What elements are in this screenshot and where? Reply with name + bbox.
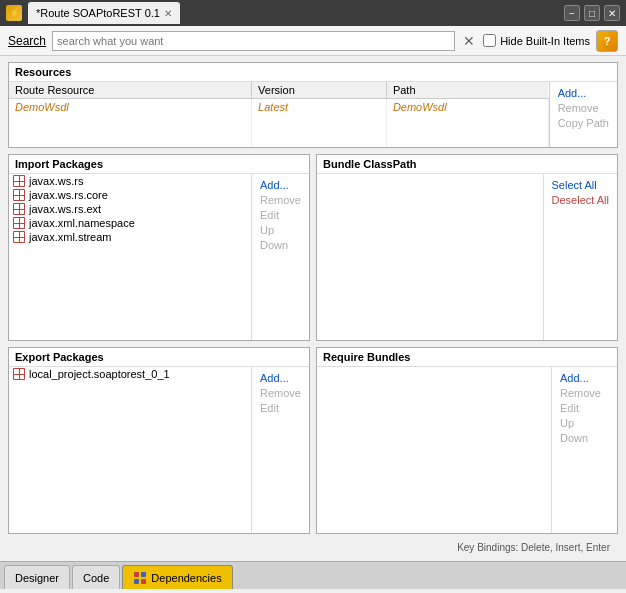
resources-table: Route Resource Version Path DemoWsdl Lat… [9,82,549,147]
package-icon [13,368,25,380]
left-sections: Import Packages javax.ws.rs javax.ws.rs.… [8,154,310,534]
title-bar-controls: − □ ✕ [564,5,620,21]
help-button[interactable]: ? [596,30,618,52]
dependencies-tab-icon [133,571,147,585]
require-edit-button[interactable]: Edit [558,401,611,415]
col-version: Version [252,82,387,99]
bundle-classpath-title: Bundle ClassPath [317,155,617,174]
import-up-button[interactable]: Up [258,223,303,237]
export-packages-inner: local_project.soaptorest_0_1 Add... Remo… [9,367,309,533]
svg-rect-1 [141,572,146,577]
title-tab-label: *Route SOAPtoREST 0.1 [36,7,160,19]
export-remove-button[interactable]: Remove [258,386,303,400]
require-bundles-list[interactable] [317,367,552,533]
cell-resource: DemoWsdl [9,99,252,116]
search-bar: Search ✕ Hide Built-In Items ? [0,26,626,56]
require-bundles-inner: Add... Remove Edit Up Down [317,367,617,533]
require-remove-button[interactable]: Remove [558,386,611,400]
list-item[interactable]: javax.ws.rs.core [9,188,251,202]
tab-designer-label: Designer [15,572,59,584]
bundle-classpath-actions: Select All Deselect All [544,174,617,340]
bundle-select-all-button[interactable]: Select All [550,178,611,192]
package-label: local_project.soaptorest_0_1 [29,368,170,380]
package-icon [13,175,25,187]
list-item[interactable]: javax.ws.rs.ext [9,202,251,216]
require-down-button[interactable]: Down [558,431,611,445]
list-item[interactable]: javax.xml.namespace [9,216,251,230]
cell-path: DemoWsdl [386,99,548,116]
require-bundles-section: Require Bundles Add... Remove Edit Up Do… [316,347,618,534]
package-label: javax.xml.stream [29,231,112,243]
export-add-button[interactable]: Add... [258,371,303,385]
main-content: Resources Route Resource Version Path De… [0,56,626,561]
svg-rect-2 [134,579,139,584]
package-icon [13,217,25,229]
require-add-button[interactable]: Add... [558,371,611,385]
title-tab[interactable]: *Route SOAPtoREST 0.1 ✕ [28,2,180,24]
import-edit-button[interactable]: Edit [258,208,303,222]
package-label: javax.ws.rs.ext [29,203,101,215]
import-remove-button[interactable]: Remove [258,193,303,207]
bundle-classpath-list[interactable] [317,174,544,340]
resources-add-button[interactable]: Add... [556,86,611,100]
table-row[interactable]: DemoWsdl Latest DemoWsdl [9,99,548,116]
require-up-button[interactable]: Up [558,416,611,430]
maximize-button[interactable]: □ [584,5,600,21]
export-packages-list[interactable]: local_project.soaptorest_0_1 [9,367,251,533]
import-down-button[interactable]: Down [258,238,303,252]
package-icon [13,203,25,215]
import-packages-list-wrapper: javax.ws.rs javax.ws.rs.core javax.ws.rs… [9,174,252,340]
table-row-empty-1 [9,115,548,131]
title-tab-close-icon[interactable]: ✕ [164,8,172,19]
cell-version: Latest [252,99,387,116]
require-bundles-actions: Add... Remove Edit Up Down [552,367,617,533]
search-input[interactable] [52,31,455,51]
import-packages-section: Import Packages javax.ws.rs javax.ws.rs.… [8,154,310,341]
resources-header-row: Route Resource Version Path [9,82,548,99]
resources-remove-button[interactable]: Remove [556,101,611,115]
resources-table-wrapper: Route Resource Version Path DemoWsdl Lat… [9,82,550,147]
import-packages-actions: Add... Remove Edit Up Down [252,174,309,340]
bundle-classpath-inner: Select All Deselect All [317,174,617,340]
export-edit-button[interactable]: Edit [258,401,303,415]
tab-code[interactable]: Code [72,565,120,589]
export-packages-list-wrapper: local_project.soaptorest_0_1 [9,367,252,533]
export-packages-title: Export Packages [9,348,309,367]
package-icon [13,189,25,201]
bottom-tabs: Designer Code Dependencies [0,561,626,589]
resources-section: Resources Route Resource Version Path De… [8,62,618,148]
table-row-empty-2 [9,131,548,147]
title-bar-left: ⚡ *Route SOAPtoREST 0.1 ✕ [6,2,180,24]
require-bundles-title: Require Bundles [317,348,617,367]
export-packages-section: Export Packages local_project.soaptorest… [8,347,310,534]
resources-copy-path-button[interactable]: Copy Path [556,116,611,130]
package-label: javax.ws.rs [29,175,83,187]
app-icon: ⚡ [6,5,22,21]
import-packages-title: Import Packages [9,155,309,174]
bottom-sections: Import Packages javax.ws.rs javax.ws.rs.… [8,154,618,534]
tab-dependencies[interactable]: Dependencies [122,565,232,589]
col-route-resource: Route Resource [9,82,252,99]
package-label: javax.ws.rs.core [29,189,108,201]
list-item[interactable]: javax.ws.rs [9,174,251,188]
right-sections: Bundle ClassPath Select All Deselect All… [316,154,618,534]
bundle-deselect-all-button[interactable]: Deselect All [550,193,611,207]
hide-built-in-container: Hide Built-In Items [483,34,590,47]
package-label: javax.xml.namespace [29,217,135,229]
close-button[interactable]: ✕ [604,5,620,21]
title-bar: ⚡ *Route SOAPtoREST 0.1 ✕ − □ ✕ [0,0,626,26]
tab-designer[interactable]: Designer [4,565,70,589]
list-item[interactable]: local_project.soaptorest_0_1 [9,367,251,381]
tab-code-label: Code [83,572,109,584]
hide-built-in-checkbox[interactable] [483,34,496,47]
tab-dependencies-label: Dependencies [151,572,221,584]
hide-built-in-label: Hide Built-In Items [500,35,590,47]
import-packages-inner: javax.ws.rs javax.ws.rs.core javax.ws.rs… [9,174,309,340]
search-clear-icon[interactable]: ✕ [461,33,477,49]
minimize-button[interactable]: − [564,5,580,21]
resources-inner: Route Resource Version Path DemoWsdl Lat… [9,82,617,147]
import-packages-list[interactable]: javax.ws.rs javax.ws.rs.core javax.ws.rs… [9,174,251,340]
import-add-button[interactable]: Add... [258,178,303,192]
list-item[interactable]: javax.xml.stream [9,230,251,244]
resources-actions: Add... Remove Copy Path [550,82,617,147]
